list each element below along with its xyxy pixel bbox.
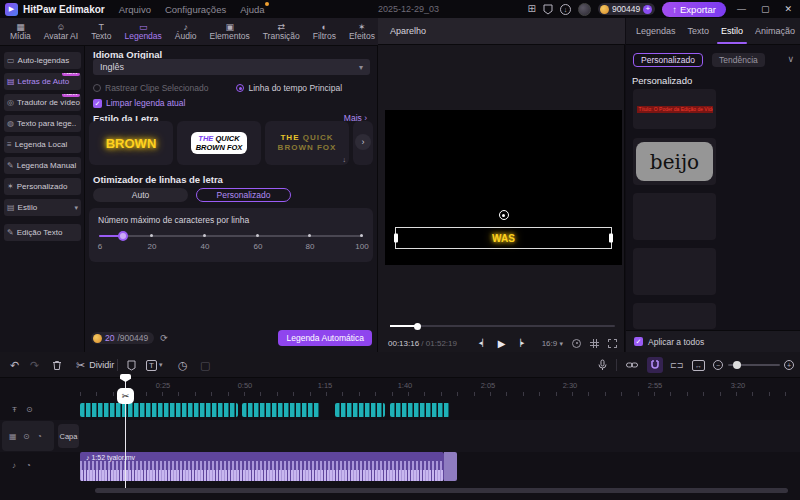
- sidebar-item-legenda-local[interactable]: ≡Legenda Local: [4, 136, 81, 153]
- style-card-whitebox[interactable]: THE QUICKBROWN FOX: [177, 121, 261, 165]
- aspect-ratio-select[interactable]: 16:9 ▾: [542, 339, 563, 348]
- styles-scroll-right-button[interactable]: ›: [355, 134, 371, 150]
- tab-texto[interactable]: Texto: [688, 26, 710, 36]
- radio-track-clip[interactable]: Rastrear Clipe Selecionado: [93, 83, 208, 93]
- language-dropdown[interactable]: Inglês ▾: [93, 59, 370, 75]
- audio-clip[interactable]: ♪ 1:52 tyalor.mv: [80, 452, 444, 481]
- tab-legendas[interactable]: Legendas: [636, 26, 676, 36]
- link-icon[interactable]: [626, 352, 638, 378]
- ribbon-item-legendas[interactable]: ▭Legendas: [124, 22, 161, 41]
- style-card-olive[interactable]: THE QUICKBROWN FOX ↓: [265, 121, 349, 165]
- fit-timeline-icon[interactable]: ↔: [692, 352, 705, 378]
- subtitle-clip-group[interactable]: [335, 403, 385, 417]
- progress-handle[interactable]: [414, 323, 421, 330]
- playhead-scissors-badge[interactable]: ✂: [117, 388, 134, 404]
- video-track-film-icon[interactable]: ▦: [9, 432, 17, 441]
- style-preset-beijo[interactable]: beijo: [633, 138, 716, 185]
- audio-clip-selected-tail[interactable]: [444, 452, 457, 481]
- optimizer-custom-button[interactable]: Personalizado: [196, 188, 291, 202]
- resize-handle-left[interactable]: [394, 234, 398, 243]
- subtitle-overlay-text[interactable]: WAS: [492, 233, 515, 244]
- timeline-ruler[interactable]: 0:25 0:50 1:15 1:40 2:05 2:30 2:55 3:20: [80, 378, 800, 396]
- audio-track-mute-icon[interactable]: ♪: [12, 461, 16, 470]
- record-voice-icon[interactable]: [598, 352, 607, 378]
- subtitle-clip-group[interactable]: [242, 403, 320, 417]
- radio-main-timeline[interactable]: Linha do tempo Principal: [236, 83, 342, 93]
- audio-track-lock-icon[interactable]: ◔: [26, 461, 31, 470]
- prev-frame-button[interactable]: ◂▏: [479, 339, 488, 347]
- zoom-slider-handle[interactable]: [733, 361, 741, 369]
- refresh-icon[interactable]: ⟳: [160, 333, 168, 343]
- ribbon-item-transicao[interactable]: ⇄Transição: [263, 22, 300, 41]
- video-track-eye-icon[interactable]: ⊙: [23, 432, 30, 441]
- grid-icon[interactable]: [590, 339, 599, 348]
- zoom-in-icon[interactable]: +: [784, 352, 794, 378]
- ribbon-item-filtros[interactable]: ◐Filtros: [313, 22, 336, 41]
- video-canvas[interactable]: WAS: [385, 110, 622, 265]
- cover-button[interactable]: Capa: [58, 424, 79, 448]
- add-credits-icon[interactable]: +: [643, 5, 652, 14]
- style-card-glow[interactable]: BROWN: [89, 121, 173, 165]
- sidebar-item-letras-de-auto[interactable]: ▤Letras de AutoNEW: [4, 73, 81, 90]
- text-tool-button[interactable]: T ▾: [146, 352, 162, 378]
- maximize-button[interactable]: ▢: [757, 4, 774, 14]
- style-preset-empty-1[interactable]: [633, 193, 716, 240]
- style-preset-empty-2[interactable]: [633, 248, 716, 295]
- max-chars-slider[interactable]: [99, 235, 363, 237]
- timeline-horizontal-scrollbar[interactable]: [95, 488, 788, 493]
- style-preset-empty-3[interactable]: [633, 303, 716, 329]
- resize-handle-right[interactable]: [609, 234, 613, 243]
- subtitle-clip-group[interactable]: [390, 403, 450, 417]
- filter-tendencia-pill[interactable]: Tendência: [712, 53, 765, 67]
- tab-estilo[interactable]: Estilo: [721, 26, 743, 36]
- clear-subtitle-checkbox[interactable]: ✓ Limpar legenda atual: [93, 98, 185, 108]
- download-style-icon[interactable]: ↓: [343, 156, 347, 163]
- tab-animacao[interactable]: Animação: [755, 26, 795, 36]
- timeline-zoom-slider[interactable]: [728, 364, 780, 366]
- sidebar-item-auto-legendas[interactable]: ▭Auto-legendas: [4, 52, 81, 69]
- redo-icon[interactable]: ↷: [30, 352, 39, 378]
- delete-icon[interactable]: [52, 352, 62, 378]
- layout-icon[interactable]: ⊞: [528, 4, 536, 14]
- subtitle-track-mute-icon[interactable]: Ŧ: [12, 405, 17, 414]
- subtitle-clip-group[interactable]: [80, 403, 238, 417]
- freeze-frame-icon[interactable]: ▢: [200, 352, 210, 378]
- export-button[interactable]: ↑ Exportar: [662, 2, 726, 17]
- sidebar-item-estilo[interactable]: ▤Estilo▾: [4, 199, 81, 216]
- close-button[interactable]: ✕: [780, 4, 796, 14]
- ribbon-item-efeitos[interactable]: ✶Efeitos: [349, 22, 375, 41]
- split-button[interactable]: ✂ Dividir: [76, 352, 114, 378]
- video-track-lock-icon[interactable]: ◔: [37, 432, 42, 441]
- user-avatar[interactable]: [578, 3, 591, 16]
- auto-subtitle-button[interactable]: Legenda Automática: [278, 330, 372, 346]
- fullscreen-icon[interactable]: [608, 339, 617, 348]
- ribbon-item-audio[interactable]: ♪Áudio: [175, 22, 197, 41]
- ribbon-item-midia[interactable]: ▦Mídia: [10, 22, 31, 41]
- credits-pill[interactable]: 900449 +: [598, 3, 655, 15]
- download-center-icon[interactable]: ↓: [560, 4, 571, 15]
- menu-configuracoes[interactable]: Configurações: [165, 4, 226, 15]
- undo-icon[interactable]: ↶: [10, 352, 19, 378]
- rotate-handle[interactable]: [499, 210, 509, 220]
- feedback-icon[interactable]: [543, 4, 553, 15]
- menu-ajuda[interactable]: Ajuda: [240, 4, 264, 15]
- sidebar-item-legenda-manual[interactable]: ✎Legenda Manual: [4, 157, 81, 174]
- ribbon-item-texto[interactable]: TTexto: [91, 22, 111, 41]
- sidebar-item-tradutor[interactable]: ◎Tradutor de vídeoNEW: [4, 94, 81, 111]
- ribbon-item-elementos[interactable]: ▣Elementos: [210, 22, 250, 41]
- sidebar-item-edicao-texto[interactable]: ✎Edição Texto: [4, 224, 81, 241]
- sidebar-item-personalizado[interactable]: ✶Personalizado: [4, 178, 81, 195]
- ribbon-item-avatar-ai[interactable]: ☺Avatar AI: [44, 22, 78, 41]
- snapshot-icon[interactable]: [572, 339, 581, 348]
- playback-progress-bar[interactable]: [390, 325, 615, 327]
- minimize-button[interactable]: —: [733, 4, 750, 14]
- sidebar-item-texto-para-legenda[interactable]: ◍Texto para lege..: [4, 115, 81, 132]
- next-frame-button[interactable]: ▕▸: [515, 339, 524, 347]
- chevron-down-icon[interactable]: ∨: [787, 54, 794, 64]
- subtitle-selection-box[interactable]: WAS: [395, 227, 612, 249]
- slider-handle[interactable]: [118, 231, 128, 241]
- speed-icon[interactable]: ◷: [178, 352, 188, 378]
- style-preset-red[interactable]: Título: O Poder da Edição de Vídeo: [633, 89, 716, 129]
- optimizer-auto-button[interactable]: Auto: [93, 188, 188, 202]
- snap-magnet-icon[interactable]: [647, 357, 663, 373]
